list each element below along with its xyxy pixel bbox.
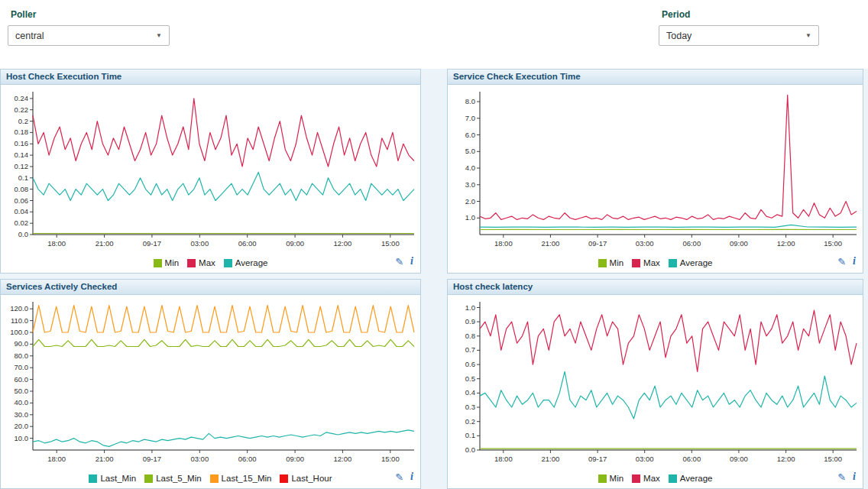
panel-title: Host check latency [448,280,863,295]
edit-icon[interactable]: ✎ [395,256,403,267]
svg-text:5.0: 5.0 [465,147,475,155]
legend-item-last_hour[interactable]: Last_Hour [280,474,332,483]
panel-service-check-execution-time: Service Check Execution Time 1.02.03.04.… [447,69,863,274]
svg-text:09:00: 09:00 [730,455,748,463]
svg-text:18:00: 18:00 [494,455,513,463]
legend-label: Last_15_Min [222,474,272,483]
svg-text:09-17: 09-17 [143,455,161,463]
legend-item-max[interactable]: Max [187,258,215,267]
period-select[interactable]: Today ▼ [659,25,819,46]
svg-text:21:00: 21:00 [96,239,114,248]
svg-text:21:00: 21:00 [96,455,114,463]
info-icon[interactable]: i [853,471,856,483]
chart-canvas-services-actively-checked[interactable]: 10.020.030.040.050.060.070.080.090.0100.… [1,295,420,468]
svg-text:0.02: 0.02 [15,219,29,227]
chart-legend: MinMaxAverage [448,253,863,273]
legend-swatch [280,474,288,483]
legend-swatch [598,259,607,267]
svg-text:0.3: 0.3 [465,403,475,411]
chart-canvas-host-check-execution-time[interactable]: 0.00.020.040.060.080.10.120.140.160.180.… [1,85,420,253]
svg-text:12:00: 12:00 [334,239,352,248]
legend-item-average[interactable]: Average [224,258,268,267]
legend-item-min[interactable]: Min [598,474,624,483]
svg-text:21:00: 21:00 [542,239,560,248]
svg-text:30.0: 30.0 [15,410,29,419]
chart-canvas-host-check-latency[interactable]: 0.00.10.20.30.40.50.60.70.80.91.018:0021… [448,295,863,468]
legend-item-average[interactable]: Average [669,474,713,483]
svg-text:50.0: 50.0 [15,387,29,395]
legend-swatch [669,474,677,483]
legend-item-max[interactable]: Max [632,258,660,267]
info-icon[interactable]: i [410,255,413,267]
svg-text:0.1: 0.1 [18,173,28,182]
info-icon[interactable]: i [853,255,856,267]
svg-text:09-17: 09-17 [143,239,161,248]
svg-text:1.0: 1.0 [465,213,475,222]
panel-actions: ✎ i [837,471,856,483]
panel-actions: ✎ i [395,471,413,483]
svg-text:0.22: 0.22 [15,105,29,114]
legend-swatch [144,474,153,483]
panel-footer: MinMaxAverage ✎ i [448,253,863,273]
poller-control: Poller central ▼ [8,9,170,46]
svg-text:0.4: 0.4 [465,388,475,397]
svg-text:0.12: 0.12 [15,162,29,170]
svg-text:4.0: 4.0 [465,164,475,172]
panel-actions: ✎ i [837,255,856,267]
panel-footer: MinMaxAverage ✎ i [1,253,420,273]
legend-label: Max [643,258,660,267]
svg-text:15:00: 15:00 [824,455,842,463]
svg-text:06:00: 06:00 [238,455,257,463]
svg-text:0.0: 0.0 [465,445,475,454]
legend-label: Min [610,474,624,483]
svg-text:8.0: 8.0 [465,97,475,105]
svg-text:0.18: 0.18 [15,128,29,136]
legend-item-min[interactable]: Min [154,258,180,267]
panel-title: Service Check Execution Time [448,70,863,85]
svg-text:100.0: 100.0 [10,328,28,336]
legend-swatch [187,259,196,267]
legend-item-last_min[interactable]: Last_Min [89,474,136,483]
chart-canvas-service-check-execution-time[interactable]: 1.02.03.04.05.06.07.08.018:0021:0009-170… [448,85,863,253]
legend-swatch [669,259,677,267]
edit-icon[interactable]: ✎ [837,471,846,483]
chart-area: 0.00.020.040.060.080.10.120.140.160.180.… [1,85,420,253]
charts-grid: Host Check Execution Time 0.00.020.040.0… [0,69,868,489]
legend-label: Average [680,474,713,483]
legend-swatch [632,259,640,267]
svg-text:03:00: 03:00 [636,455,654,463]
legend-item-last_15_min[interactable]: Last_15_Min [210,474,272,483]
svg-text:18:00: 18:00 [47,455,66,463]
legend-label: Last_Min [100,474,136,483]
svg-text:10.0: 10.0 [15,434,29,442]
poller-selected-value: central [15,31,44,41]
edit-icon[interactable]: ✎ [837,256,846,267]
panel-actions: ✎ i [395,255,413,267]
chart-area: 1.02.03.04.05.06.07.08.018:0021:0009-170… [448,85,863,253]
svg-text:03:00: 03:00 [636,239,654,248]
period-control: Period Today ▼ [659,9,819,46]
panel-host-check-execution-time: Host Check Execution Time 0.00.020.040.0… [0,69,421,274]
svg-text:03:00: 03:00 [190,455,209,463]
legend-label: Average [680,258,713,267]
legend-label: Max [199,258,215,267]
svg-text:0.06: 0.06 [15,196,29,205]
svg-text:21:00: 21:00 [542,455,560,463]
legend-item-average[interactable]: Average [669,258,713,267]
legend-item-max[interactable]: Max [632,474,660,483]
svg-text:0.7: 0.7 [465,345,475,354]
poller-select[interactable]: central ▼ [8,25,170,46]
edit-icon[interactable]: ✎ [395,471,403,483]
chart-area: 10.020.030.040.050.060.070.080.090.0100.… [1,295,420,468]
svg-text:09:00: 09:00 [286,455,304,463]
svg-text:2.0: 2.0 [465,197,475,206]
chart-legend: MinMaxAverage [1,253,420,273]
svg-text:0.14: 0.14 [15,151,29,159]
legend-swatch [154,259,162,267]
info-icon[interactable]: i [410,471,413,483]
svg-text:15:00: 15:00 [824,239,842,248]
legend-item-min[interactable]: Min [598,258,624,267]
svg-text:18:00: 18:00 [494,239,513,248]
svg-text:0.2: 0.2 [18,117,28,125]
legend-item-last_5_min[interactable]: Last_5_Min [144,474,201,483]
